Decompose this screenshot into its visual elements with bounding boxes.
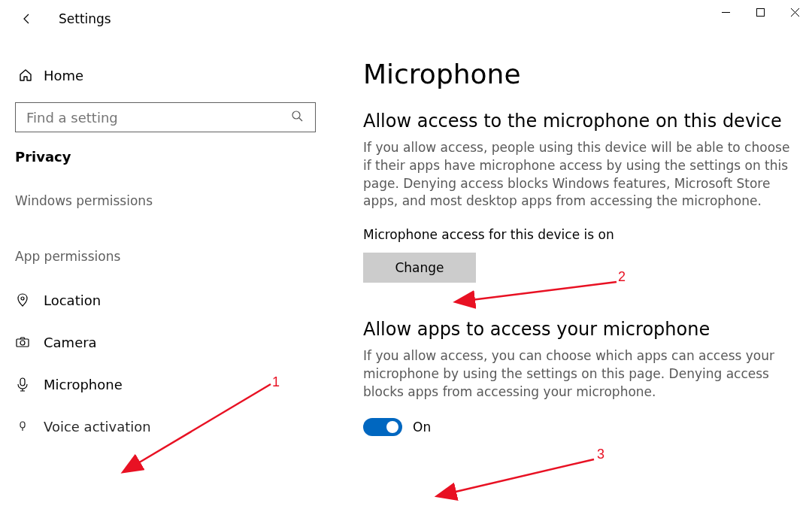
maximize-button[interactable] (743, 0, 777, 24)
section1-status: Microphone access for this device is on (363, 227, 794, 242)
nav-voice-activation-label: Voice activation (44, 419, 151, 435)
search-input[interactable] (15, 102, 316, 132)
svg-point-4 (20, 341, 25, 345)
content-area: Microphone Allow access to the microphon… (327, 38, 812, 518)
nav-home-label: Home (44, 68, 83, 83)
section2-body: If you allow access, you can choose whic… (363, 347, 794, 401)
home-icon (15, 68, 36, 83)
microphone-icon (15, 377, 39, 392)
allow-apps-toggle[interactable] (363, 418, 402, 436)
group-windows-permissions: Windows permissions (15, 193, 327, 208)
group-app-permissions: App permissions (15, 249, 327, 264)
toggle-label: On (413, 420, 431, 435)
nav-camera-label: Camera (44, 335, 97, 350)
back-button[interactable] (17, 8, 38, 29)
svg-point-2 (21, 297, 24, 300)
svg-rect-5 (20, 378, 25, 386)
page-title: Microphone (363, 59, 794, 89)
nav-microphone-label: Microphone (44, 377, 123, 392)
search-field[interactable] (26, 110, 291, 126)
nav-camera[interactable]: Camera (11, 324, 327, 360)
settings-category: Privacy (15, 149, 327, 165)
section1-title: Allow access to the microphone on this d… (363, 111, 794, 132)
svg-rect-6 (20, 422, 25, 428)
close-button[interactable] (777, 0, 812, 24)
nav-voice-activation[interactable]: Voice activation (11, 408, 327, 444)
change-button[interactable]: Change (363, 253, 476, 283)
toggle-row: On (363, 418, 794, 436)
window-title: Settings (59, 11, 111, 26)
location-icon (15, 292, 39, 307)
camera-icon (15, 335, 39, 350)
titlebar: Settings (0, 0, 812, 38)
nav-microphone[interactable]: Microphone (11, 366, 327, 402)
section1-body: If you allow access, people using this d… (363, 139, 794, 211)
nav-home[interactable]: Home (15, 59, 327, 92)
window-controls (708, 0, 812, 24)
nav-location-label: Location (44, 292, 101, 308)
search-icon (291, 110, 304, 125)
svg-point-1 (292, 111, 300, 119)
minimize-button[interactable] (708, 0, 743, 24)
section2-title: Allow apps to access your microphone (363, 319, 794, 340)
svg-rect-0 (756, 8, 764, 16)
voice-activation-icon (15, 419, 39, 434)
nav-location[interactable]: Location (11, 282, 327, 318)
sidebar: Home Privacy Windows permissions App per… (0, 38, 327, 518)
